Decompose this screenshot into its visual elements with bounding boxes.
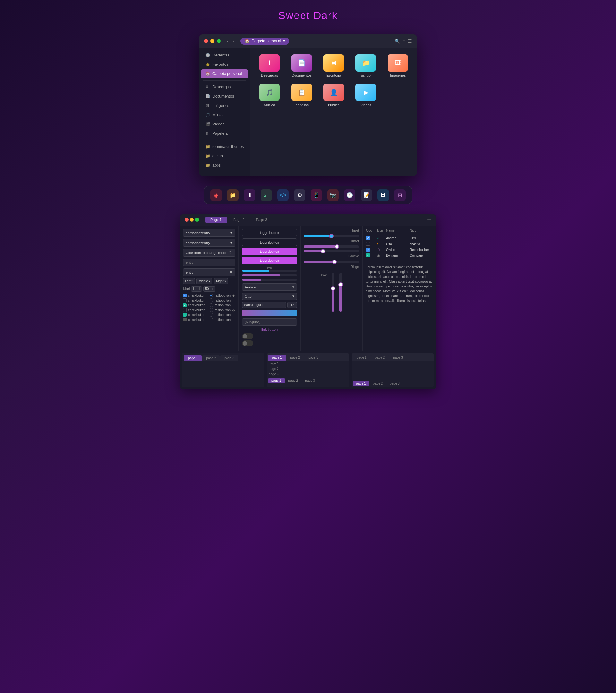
radio-6[interactable] (210, 318, 213, 321)
radio-settings-icon[interactable]: ⚙ (232, 294, 235, 297)
v-slider-2[interactable] (339, 273, 342, 318)
spin-box[interactable]: 50 − + (203, 286, 215, 292)
none-icon[interactable]: ⊞ (291, 320, 294, 324)
file-item-publico[interactable]: 👤 Público (321, 84, 346, 107)
checkbox-3[interactable]: ✓ (183, 303, 187, 307)
bottom-tab-2-2[interactable]: page 2 (285, 378, 302, 383)
radio-2[interactable] (210, 298, 213, 302)
entry-clear-icon[interactable]: ✕ (230, 270, 232, 274)
togglebutton-1[interactable]: togglebutton (242, 229, 297, 236)
radio-item-2[interactable]: radiobutton (210, 298, 235, 302)
entry-field-1[interactable]: entry (183, 259, 235, 266)
dock-icon-grid[interactable]: ⊞ (394, 189, 405, 201)
dock-icon-notes[interactable]: 📝 (361, 189, 372, 201)
dock-icon-folder[interactable]: 📁 (227, 189, 239, 201)
traffic-light-yellow[interactable] (211, 39, 214, 43)
file-item-escritorio[interactable]: 🖥 Escritorio (321, 54, 346, 77)
h-slider-track-4[interactable] (304, 260, 359, 263)
align-middle-select[interactable]: Middle ▾ (196, 278, 212, 284)
dock-icon-settings[interactable]: ⚙ (294, 189, 305, 201)
tab-3-page1[interactable]: page 1 (353, 355, 371, 361)
v-slider-1[interactable] (332, 273, 334, 318)
nav-back-button[interactable]: ‹ (226, 39, 230, 44)
entry-field-2[interactable]: entry ✕ (183, 268, 235, 276)
combobox-2[interactable]: comboboxentry ▾ (183, 239, 235, 247)
combobox-1[interactable]: comboboxentry ▾ (183, 229, 235, 237)
spin-plus[interactable]: + (212, 287, 214, 291)
h-slider-track-3[interactable] (304, 250, 359, 253)
sidebar-item-terminator[interactable]: 📁 terminator-themes (201, 142, 248, 151)
dropdown-otto[interactable]: Otto ▾ (242, 293, 297, 300)
nav-forward-button[interactable]: › (231, 39, 236, 44)
radio-4-settings-icon[interactable]: ⚙ (232, 308, 235, 312)
bottom-tab-3-2[interactable]: page 2 (370, 381, 386, 386)
file-item-imagenes[interactable]: 🖼 Imágenes (385, 54, 411, 77)
check-item-1[interactable]: ✓ checkbutton (183, 294, 208, 297)
toggle-switch-2[interactable] (242, 340, 254, 346)
spin-minus[interactable]: − (209, 287, 211, 291)
table-row-benjamin[interactable]: ✓ ◉ Benjamin Company (366, 253, 433, 258)
sidebar-item-imagenes[interactable]: 🖼 Imágenes (201, 101, 248, 110)
sidebar-item-musica[interactable]: 🎵 Música (201, 111, 248, 119)
tab-2-page3[interactable]: page 3 (304, 355, 322, 361)
check-item-2[interactable]: checkbutton (183, 298, 208, 302)
titlebar-search[interactable]: 🔍 (395, 39, 400, 44)
table-row-andrea[interactable]: ✓ ✓ Andrea Cimi (366, 235, 433, 241)
checkbox-4[interactable] (183, 308, 187, 312)
check-item-5[interactable]: ✓ checkbutton (183, 313, 208, 317)
sidebar-add-location[interactable]: ＋ Otras ubicaciones (199, 174, 250, 176)
radio-item-3[interactable]: radiobutton (210, 303, 235, 307)
radio-item-5[interactable]: radiobutton (210, 313, 235, 317)
checkbox-5[interactable]: ✓ (183, 313, 187, 317)
traffic-light-green[interactable] (217, 39, 221, 43)
slider-track-1[interactable] (242, 270, 297, 272)
list-entry-2[interactable]: page 2 (267, 366, 349, 372)
widget-tl-green[interactable] (195, 218, 199, 222)
align-left-select[interactable]: Left ▾ (183, 278, 195, 284)
checkbox-2[interactable] (183, 298, 187, 302)
radio-item-4[interactable]: radiobutton ⚙ (210, 308, 235, 312)
bottom-tab-2-3[interactable]: page 3 (302, 378, 318, 383)
dock-icon-camera[interactable]: 📷 (327, 189, 339, 201)
link-button[interactable]: link button (242, 328, 297, 332)
widget-tl-yellow[interactable] (190, 218, 194, 222)
sidebar-item-carpeta[interactable]: 🏠 Carpeta personal (201, 69, 248, 78)
tab-1-page2[interactable]: page 2 (202, 355, 220, 361)
traffic-light-red[interactable] (204, 39, 208, 43)
list-entry-1[interactable]: page 1 (267, 361, 349, 366)
sidebar-item-recientes[interactable]: 🕐 Recientes (201, 51, 248, 60)
togglebutton-4[interactable]: togglebutton (242, 257, 297, 264)
refresh-icon[interactable]: ↻ (230, 251, 232, 255)
checkbox-1[interactable]: ✓ (183, 294, 187, 297)
checkbox-6[interactable]: − (183, 318, 187, 321)
radio-item-1[interactable]: radiobutton ⚙ (210, 294, 235, 297)
file-item-plantillas[interactable]: 📋 Plantillas (289, 84, 314, 107)
bottom-tab-3-3[interactable]: page 3 (386, 381, 403, 386)
sidebar-item-apps[interactable]: 📁 apps (201, 161, 248, 170)
table-row-orville[interactable]: ✓ ☽ Orville Redenbacher (366, 247, 433, 253)
sidebar-item-videos[interactable]: 🎬 Vídeos (201, 120, 248, 128)
radio-item-6[interactable]: radiobutton (210, 318, 235, 321)
file-item-documentos[interactable]: 📄 Documentos (289, 54, 314, 77)
tab-2-page2[interactable]: page 2 (286, 355, 304, 361)
tab-2-page1[interactable]: page 1 (268, 355, 286, 361)
more-icon[interactable]: ☰ (408, 39, 412, 44)
widget-tl-red[interactable] (185, 218, 188, 222)
file-item-github[interactable]: 📁 github (353, 54, 379, 77)
radio-3[interactable] (210, 303, 213, 307)
view-options-icon[interactable]: ≡ (403, 39, 405, 44)
list-entry-3[interactable]: page 3 (267, 372, 349, 377)
table-row-otto[interactable]: ! Otto chaotic (366, 241, 433, 247)
togglebutton-3[interactable]: togglebutton (242, 248, 297, 255)
sidebar-item-papelera[interactable]: 🗑 Papelera (201, 129, 248, 138)
tab-1-page1[interactable]: page 1 (184, 355, 202, 361)
tab-3-page2[interactable]: page 2 (371, 355, 389, 361)
slider-track-3[interactable] (242, 279, 297, 281)
toggle-switch-1[interactable] (242, 333, 254, 339)
togglebutton-2[interactable]: togglebutton (242, 238, 297, 246)
slider-track-2[interactable] (242, 274, 297, 276)
check-item-6[interactable]: − checkbutton (183, 318, 208, 321)
font-name-field[interactable]: Sans Regular (242, 302, 286, 308)
tab-3-page3[interactable]: page 3 (389, 355, 407, 361)
sidebar-item-favoritos[interactable]: ⭐ Favoritos (201, 60, 248, 69)
